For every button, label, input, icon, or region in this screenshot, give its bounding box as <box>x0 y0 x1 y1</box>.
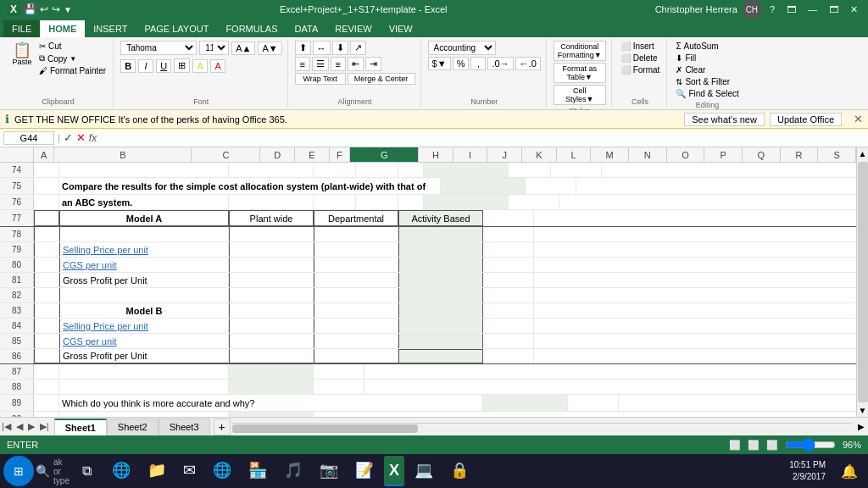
col-header-l[interactable]: L <box>557 147 592 162</box>
cell-86-de[interactable] <box>314 349 398 363</box>
cell-89-g[interactable] <box>483 395 568 411</box>
cut-button[interactable]: ✂ Cut <box>37 41 108 52</box>
cell-88-b[interactable] <box>59 380 229 394</box>
copy-dropdown-icon[interactable]: ▼ <box>70 55 76 63</box>
task-view-btn[interactable]: ⧉ <box>71 456 102 486</box>
insert-button[interactable]: ⬜ Insert <box>619 41 662 52</box>
sheet-nav-prev[interactable]: ◀ <box>14 421 25 432</box>
minimize-btn[interactable]: — <box>804 4 821 14</box>
normal-view-btn[interactable]: ⬜ <box>729 440 741 451</box>
cell-77-b[interactable]: Model A <box>59 210 229 226</box>
taskbar-mail[interactable]: ✉ <box>176 456 203 486</box>
fill-button[interactable]: ⬇ Fill <box>674 53 740 64</box>
cell-79-g[interactable] <box>398 242 483 257</box>
cell-81-c[interactable] <box>229 273 314 287</box>
notification-close-btn[interactable]: ✕ <box>854 113 863 125</box>
cell-76-g[interactable] <box>424 195 509 209</box>
cell-77-rest[interactable] <box>483 210 534 226</box>
sheet-nav-last[interactable]: ▶| <box>38 421 51 432</box>
taskbar-excel[interactable]: X <box>384 456 404 486</box>
cell-85-de[interactable] <box>314 334 398 348</box>
cell-79-de[interactable] <box>314 242 398 257</box>
cell-87-a[interactable] <box>34 364 59 379</box>
comma-btn[interactable]: , <box>470 57 486 70</box>
cell-78-de[interactable] <box>314 227 398 241</box>
cell-78-g[interactable] <box>398 227 483 241</box>
sheet-scroll-thumb[interactable] <box>232 424 419 433</box>
cell-88-a[interactable] <box>34 380 59 394</box>
taskbar-store[interactable]: 🏪 <box>242 456 274 486</box>
cell-74-b[interactable] <box>59 163 229 177</box>
cell-74-e[interactable] <box>356 163 398 177</box>
quick-undo-icon[interactable]: ↩ <box>40 3 48 15</box>
font-family-select[interactable]: Tahoma <box>120 41 197 55</box>
cell-88-rest[interactable] <box>314 380 364 394</box>
cell-82-g[interactable] <box>398 288 483 302</box>
align-center-btn[interactable]: ☰ <box>312 57 329 71</box>
cell-85-c[interactable] <box>229 334 314 348</box>
increase-indent-btn[interactable]: ⇥ <box>365 57 381 71</box>
autosum-button[interactable]: Σ AutoSum <box>674 41 740 52</box>
cell-78-a[interactable] <box>34 227 59 241</box>
cell-87-g[interactable] <box>229 364 314 379</box>
taskbar-notepad[interactable]: 📝 <box>348 456 381 486</box>
wrap-text-btn[interactable]: Wrap Text <box>295 73 346 85</box>
sheet-tab-1[interactable]: Sheet1 <box>54 419 107 435</box>
cell-86-c[interactable] <box>229 349 314 363</box>
cell-77-de[interactable]: Departmental <box>314 210 398 226</box>
fill-color-btn[interactable]: A <box>192 59 208 73</box>
cell-74-h[interactable] <box>509 163 551 177</box>
quick-customize-icon[interactable]: ▼ <box>64 5 72 14</box>
cell-80-de[interactable] <box>314 258 398 272</box>
scroll-thumb[interactable] <box>858 162 868 402</box>
decrease-decimal-btn[interactable]: ←.0 <box>515 57 541 70</box>
cell-81-g[interactable] <box>398 273 483 287</box>
maximize-btn[interactable]: 🗖 <box>826 4 842 14</box>
cell-79-rest[interactable] <box>483 242 534 257</box>
format-button[interactable]: ⬜ Format <box>619 64 662 75</box>
cell-86-a[interactable] <box>34 349 59 363</box>
cell-77-a[interactable] <box>34 210 59 226</box>
taskbar-explorer[interactable]: 📁 <box>141 456 173 486</box>
font-size-select[interactable]: 11 <box>199 41 229 55</box>
underline-btn[interactable]: U <box>156 59 171 73</box>
bold-btn[interactable]: B <box>120 59 136 73</box>
col-header-b[interactable]: B <box>54 147 192 162</box>
text-angle-btn[interactable]: ↗ <box>350 41 366 55</box>
ribbon-collapse-btn[interactable]: 🗖 <box>783 4 799 14</box>
cell-76-f[interactable] <box>398 195 424 209</box>
cell-83-de[interactable] <box>314 303 398 318</box>
copy-button[interactable]: ⧉ Copy ▼ <box>37 53 108 64</box>
cell-styles-btn[interactable]: CellStyles▼ <box>554 85 606 105</box>
sheet-nav-next[interactable]: ▶ <box>26 421 36 432</box>
col-header-h[interactable]: H <box>419 147 453 162</box>
cell-89-b[interactable]: Which do you think is more accurate and … <box>59 395 483 411</box>
sheet-tab-3[interactable]: Sheet3 <box>159 419 210 435</box>
tab-review[interactable]: REVIEW <box>326 20 380 37</box>
cell-74-c[interactable] <box>229 163 314 177</box>
col-header-q[interactable]: Q <box>743 147 781 162</box>
vertical-scrollbar[interactable]: ▲ ▼ <box>856 147 868 417</box>
cell-84-g[interactable] <box>398 319 483 333</box>
cell-82-de[interactable] <box>314 288 398 302</box>
col-header-a[interactable]: A <box>34 147 54 162</box>
taskbar-photos[interactable]: 📷 <box>313 456 345 486</box>
merge-center-btn[interactable]: Merge & Center <box>348 73 415 85</box>
sheet-nav-first[interactable]: |◀ <box>0 421 13 432</box>
cell-80-rest[interactable] <box>483 258 534 272</box>
percent-btn[interactable]: % <box>453 57 470 70</box>
cell-74-d[interactable] <box>314 163 356 177</box>
name-box[interactable] <box>3 131 54 145</box>
col-header-f[interactable]: F <box>330 147 350 162</box>
add-sheet-btn[interactable]: + <box>214 419 231 435</box>
tab-data[interactable]: DATA <box>287 20 327 37</box>
col-header-g[interactable]: G <box>350 147 419 162</box>
cell-85-rest[interactable] <box>483 334 534 348</box>
conditional-format-btn[interactable]: ConditionalFormatting▼ <box>554 41 606 61</box>
col-header-o[interactable]: O <box>667 147 705 162</box>
cell-78-b[interactable] <box>59 227 229 241</box>
cell-82-rest[interactable] <box>483 288 534 302</box>
align-right-btn[interactable]: ≡ <box>331 57 346 71</box>
scroll-down-btn[interactable]: ▼ <box>857 404 868 417</box>
cell-75-g[interactable] <box>441 178 526 194</box>
